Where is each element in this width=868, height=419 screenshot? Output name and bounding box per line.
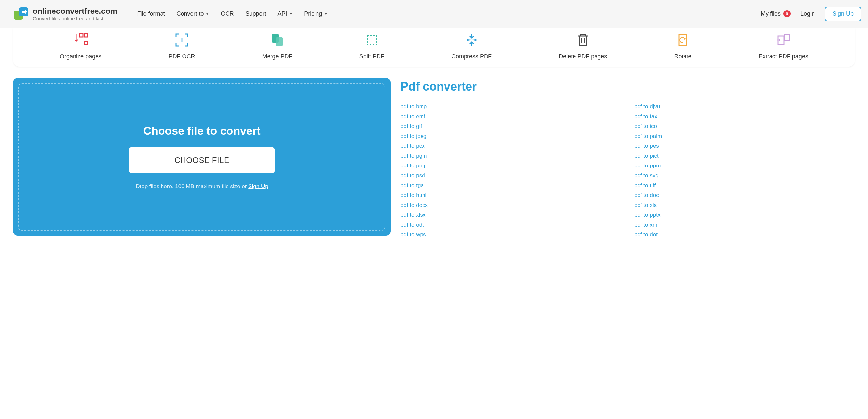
site-tagline: Convert files online free and fast! — [33, 16, 117, 21]
tool-compress-pdf[interactable]: Compress PDF — [452, 33, 492, 60]
tool-label: Rotate — [674, 53, 692, 60]
header-right: My files 0 Login Sign Up — [761, 6, 862, 21]
svg-rect-3 — [84, 34, 88, 37]
conv-link[interactable]: pdf to bmp — [401, 103, 621, 110]
svg-rect-4 — [84, 41, 88, 44]
tool-rotate[interactable]: Rotate — [674, 33, 692, 60]
trash-icon — [576, 33, 590, 47]
conv-link[interactable]: pdf to jpeg — [401, 133, 621, 140]
signup-button[interactable]: Sign Up — [825, 6, 862, 21]
svg-rect-8 — [367, 35, 377, 44]
tool-label: Compress PDF — [452, 53, 492, 60]
my-files-link[interactable]: My files 0 — [761, 10, 790, 18]
compress-icon — [465, 33, 479, 47]
svg-rect-7 — [276, 37, 283, 46]
site-title: onlineconvertfree.com — [33, 6, 117, 16]
conv-link[interactable]: pdf to xls — [634, 202, 855, 209]
dropzone-hint: Drop files here. 100 MB maximum file siz… — [135, 183, 268, 190]
choose-file-button[interactable]: CHOOSE FILE — [129, 147, 275, 173]
tool-pdf-ocr[interactable]: T PDF OCR — [168, 33, 195, 60]
conv-link[interactable]: pdf to gif — [401, 123, 621, 130]
conv-link[interactable]: pdf to ppm — [634, 162, 855, 169]
merge-icon — [270, 33, 285, 47]
chevron-down-icon: ▼ — [289, 12, 292, 16]
logo[interactable]: onlineconvertfree.com Convert files onli… — [13, 6, 117, 22]
main-area: Choose file to convert CHOOSE FILE Drop … — [0, 67, 868, 249]
converter-links: pdf to bmp pdf to djvu pdf to emf pdf to… — [401, 103, 855, 238]
conv-link[interactable]: pdf to doc — [634, 192, 855, 199]
nav-pricing[interactable]: Pricing▼ — [304, 10, 328, 18]
conv-link[interactable]: pdf to xml — [634, 222, 855, 228]
chevron-down-icon: ▼ — [324, 12, 328, 16]
nav-api[interactable]: API▼ — [277, 10, 292, 18]
nav-convert-to[interactable]: Convert to▼ — [176, 10, 209, 18]
tool-label: Organize pages — [60, 53, 101, 60]
conv-link[interactable]: pdf to docx — [401, 202, 621, 209]
split-icon — [365, 33, 379, 47]
tool-label: Split PDF — [360, 53, 384, 60]
file-dropzone[interactable]: Choose file to convert CHOOSE FILE Drop … — [13, 78, 391, 236]
login-link[interactable]: Login — [800, 10, 815, 18]
main-nav: File format Convert to▼ OCR Support API▼… — [137, 10, 328, 18]
nav-file-format[interactable]: File format — [137, 10, 165, 18]
conv-link[interactable]: pdf to fax — [634, 113, 855, 120]
conv-link[interactable]: pdf to tiff — [634, 182, 855, 189]
tool-label: Delete PDF pages — [559, 53, 607, 60]
conv-link[interactable]: pdf to psd — [401, 172, 621, 179]
conv-link[interactable]: pdf to html — [401, 192, 621, 199]
tool-label: PDF OCR — [168, 53, 195, 60]
tool-extract-pages[interactable]: Extract PDF pages — [759, 33, 808, 60]
myfiles-count-badge: 0 — [783, 10, 790, 18]
conv-link[interactable]: pdf to dot — [634, 232, 855, 238]
header: onlineconvertfree.com Convert files onli… — [0, 0, 868, 28]
chevron-down-icon: ▼ — [206, 12, 209, 16]
conv-link[interactable]: pdf to pcx — [401, 143, 621, 149]
tool-merge-pdf[interactable]: Merge PDF — [262, 33, 292, 60]
nav-support[interactable]: Support — [245, 10, 266, 18]
tool-split-pdf[interactable]: Split PDF — [360, 33, 384, 60]
dropzone-title: Choose file to convert — [143, 124, 260, 137]
conv-link[interactable]: pdf to svg — [634, 172, 855, 179]
conv-link[interactable]: pdf to emf — [401, 113, 621, 120]
logo-text: onlineconvertfree.com Convert files onli… — [33, 6, 117, 21]
dropzone-inner: Choose file to convert CHOOSE FILE Drop … — [19, 83, 385, 231]
conv-link[interactable]: pdf to tga — [401, 182, 621, 189]
rotate-icon — [676, 33, 690, 47]
conv-link[interactable]: pdf to palm — [634, 133, 855, 140]
tool-label: Merge PDF — [262, 53, 292, 60]
pdf-tools-row: Organize pages T PDF OCR Merge PDF Split… — [13, 28, 855, 67]
conv-link[interactable]: pdf to ico — [634, 123, 855, 130]
extract-icon — [776, 33, 790, 47]
signup-link[interactable]: Sign Up — [248, 183, 268, 189]
conv-link[interactable]: pdf to djvu — [634, 103, 855, 110]
ocr-icon: T — [175, 33, 189, 47]
tool-label: Extract PDF pages — [759, 53, 808, 60]
logo-icon — [13, 6, 29, 22]
conv-link[interactable]: pdf to pes — [634, 143, 855, 149]
svg-rect-10 — [679, 35, 687, 45]
tool-delete-pages[interactable]: Delete PDF pages — [559, 33, 607, 60]
svg-point-9 — [467, 39, 476, 41]
conv-link[interactable]: pdf to xlsx — [401, 212, 621, 218]
conv-link[interactable]: pdf to wps — [401, 232, 621, 238]
conv-link[interactable]: pdf to png — [401, 162, 621, 169]
sidebar-title: Pdf converter — [401, 80, 855, 94]
svg-text:T: T — [180, 37, 184, 43]
svg-rect-2 — [80, 34, 83, 37]
conv-link[interactable]: pdf to pict — [634, 153, 855, 159]
conv-link[interactable]: pdf to pptx — [634, 212, 855, 218]
conv-link[interactable]: pdf to odt — [401, 222, 621, 228]
nav-ocr[interactable]: OCR — [221, 10, 234, 18]
conv-link[interactable]: pdf to pgm — [401, 153, 621, 159]
organize-icon — [73, 33, 88, 47]
svg-rect-12 — [785, 35, 789, 41]
converter-sidebar: Pdf converter pdf to bmp pdf to djvu pdf… — [401, 78, 855, 238]
tool-organize-pages[interactable]: Organize pages — [60, 33, 101, 60]
